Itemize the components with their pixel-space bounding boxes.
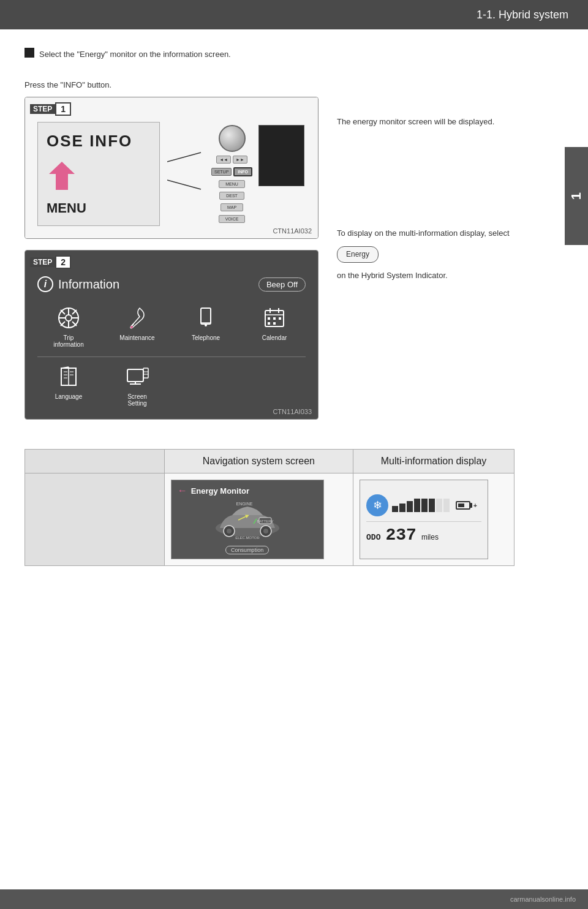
svg-rect-24 — [268, 322, 270, 325]
section-marker — [24, 48, 34, 58]
screen-setting-item[interactable]: Screen Setting — [106, 363, 168, 407]
main-content: Select the "Energy" monitor on the infor… — [0, 29, 551, 584]
svg-rect-14 — [201, 308, 211, 324]
step1-screen: OSE INFO MENU — [37, 122, 160, 226]
page-header: 1-1. Hybrid system — [0, 0, 588, 29]
calendar-label: Calendar — [262, 334, 287, 341]
odo-unit: miles — [421, 533, 439, 541]
step1-menu-text: MENU — [47, 200, 151, 216]
table-cell-nav: ← Energy Monitor — [164, 473, 353, 566]
odo-label: ODO — [366, 533, 380, 542]
section-intro: Select the "Energy" monitor on the infor… — [39, 48, 231, 70]
telephone-label: Telephone — [192, 334, 220, 341]
maintenance-item[interactable]: Maintenance — [106, 304, 168, 348]
step-diagrams: STEP 1 OSE INFO — [24, 97, 318, 431]
step1-label: STEP 1 — [30, 102, 71, 116]
menu-btn: MENU — [219, 180, 245, 188]
step2-diagram: STEP 2 i Information Beep Off — [24, 250, 318, 420]
right-text-col: The energy monitor screen will be displa… — [337, 97, 514, 291]
battery-fill — [458, 504, 464, 507]
battery-icon: + — [456, 501, 477, 510]
book-icon — [55, 363, 82, 390]
mi-bottom-row: ODO 237 miles — [366, 521, 481, 545]
right-text-2a: To display on the multi-information disp… — [337, 228, 510, 238]
svg-rect-21 — [268, 317, 270, 320]
svg-point-4 — [66, 315, 72, 321]
wrench-icon — [124, 304, 151, 331]
voice-btn: VOICE — [219, 215, 246, 223]
info-header: i Information Beep Off — [37, 276, 306, 292]
setup-btn: SETUP — [211, 168, 232, 176]
phone-icon — [192, 304, 219, 331]
table-row-label — [25, 473, 165, 566]
step1-control-panel: ◄◄ ►► SETUP INFO MENU DEST MAP — [211, 125, 304, 223]
wheel-icon — [55, 304, 82, 331]
energy-button[interactable]: Energy — [337, 246, 379, 262]
bar8 — [443, 499, 450, 512]
multi-info-display: ❄ — [360, 480, 488, 559]
step1-ref: CTN11AI032 — [273, 227, 312, 235]
calendar-item[interactable]: Calendar — [243, 304, 306, 348]
bar4 — [414, 499, 420, 512]
svg-text:BATTERY: BATTERY — [257, 519, 273, 523]
svg-text:ELEC.MOTOR: ELEC.MOTOR — [235, 536, 260, 540]
svg-rect-22 — [273, 317, 276, 320]
power-volume-knob — [219, 125, 246, 152]
odo-value: 237 — [385, 526, 416, 545]
nav-display — [258, 125, 304, 186]
em-title-text: Energy Monitor — [191, 486, 249, 496]
seek-track-btn2: ►► — [233, 156, 247, 164]
step1-word: STEP — [30, 104, 55, 114]
bar5 — [421, 499, 428, 512]
step2-body: i Information Beep Off — [25, 251, 318, 419]
header-title: 1-1. Hybrid system — [477, 9, 568, 21]
info-title-text: Information — [58, 277, 119, 292]
info-circle-icon: i — [37, 276, 53, 292]
svg-point-13 — [130, 326, 133, 328]
language-item[interactable]: Language — [37, 363, 100, 407]
seek-track-btn: ◄◄ — [216, 156, 231, 164]
bar3 — [407, 501, 413, 512]
battery-terminal — [470, 503, 472, 508]
step2-label: STEP 2 — [30, 255, 71, 269]
step1-arrow-icon — [47, 160, 77, 191]
right-text-2: To display on the multi-information disp… — [337, 227, 514, 282]
right-text-2b: on the Hybrid System Indicator. — [337, 271, 448, 280]
battery-bars — [392, 499, 450, 512]
em-content: ENGINE BATTERY ELEC.MOTOR — [178, 499, 317, 542]
step1-number: 1 — [55, 102, 71, 116]
snowflake-icon: ❄ — [366, 494, 388, 516]
trip-info-item[interactable]: Trip information — [37, 304, 100, 348]
step1-diagram: STEP 1 OSE INFO — [24, 97, 318, 239]
comparison-table: Navigation system screen Multi-informati… — [24, 449, 514, 566]
svg-point-43 — [263, 529, 268, 534]
battery-plus: + — [473, 502, 477, 509]
bar2 — [399, 504, 405, 512]
maintenance-label: Maintenance — [119, 334, 154, 341]
telephone-item[interactable]: Telephone — [175, 304, 237, 348]
step1-body: OSE INFO MENU — [25, 97, 318, 238]
svg-line-2 — [167, 180, 201, 189]
bar6 — [429, 499, 435, 512]
energy-monitor-display: ← Energy Monitor — [171, 480, 324, 559]
em-arrow-icon: ← — [178, 485, 187, 496]
table-cell-multi: ❄ — [353, 473, 514, 566]
svg-rect-33 — [127, 369, 143, 382]
step1-instruction: Press the "INFO" button. — [24, 78, 514, 92]
svg-rect-36 — [143, 368, 148, 378]
screen-setting-label: Screen Setting — [127, 393, 147, 407]
table-col-nav: Navigation system screen — [164, 450, 353, 473]
svg-text:ENGINE: ENGINE — [236, 502, 252, 506]
step2-ref: CTN11AI033 — [273, 408, 312, 415]
svg-rect-23 — [279, 317, 281, 320]
beep-off-button[interactable]: Beep Off — [258, 277, 306, 292]
svg-rect-25 — [273, 322, 276, 325]
energy-monitor-svg: ENGINE BATTERY ELEC.MOTOR — [208, 500, 287, 540]
intro-text-1: Select the "Energy" monitor on the infor… — [39, 48, 231, 61]
table-col-multi: Multi-information display — [353, 450, 514, 473]
step1-display-top: OSE INFO — [47, 132, 151, 151]
info-title-row: i Information — [37, 276, 119, 292]
pointer-lines — [167, 149, 204, 198]
step2-word: STEP — [30, 257, 55, 267]
consumption-button[interactable]: Consumption — [225, 546, 269, 554]
